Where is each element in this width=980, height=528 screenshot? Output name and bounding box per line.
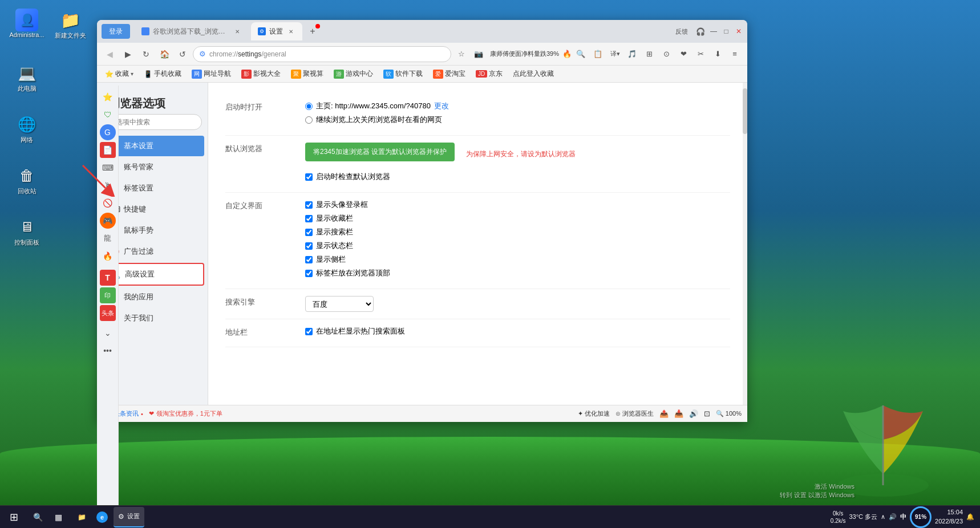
check-default-checkbox[interactable] <box>305 173 313 181</box>
sidebar-chrome-icon[interactable]: G <box>100 124 116 140</box>
search-engine-select[interactable]: 百度 Google 必应 搜狗 <box>305 296 374 312</box>
home-button[interactable]: 🏠 <box>156 46 172 62</box>
software-badge: 软 <box>383 70 394 79</box>
bookmark-star-button[interactable]: ☆ <box>453 46 469 62</box>
show-search-checkbox[interactable] <box>305 229 313 236</box>
forward-button[interactable]: ▶ <box>120 46 136 62</box>
tray-expand-button[interactable]: ∧ <box>881 513 885 521</box>
zoom-text[interactable]: 🔍 100% <box>716 410 742 417</box>
feedback-button[interactable]: 反馈 <box>672 26 691 37</box>
scissors-button[interactable]: ✂ <box>693 46 708 62</box>
headphone-icon[interactable]: 🎧 <box>696 27 705 36</box>
back-button[interactable]: ◀ <box>102 46 118 62</box>
tray-volume-icon[interactable]: 🔊 <box>889 513 897 521</box>
sidebar-news-icon[interactable]: 头条 <box>100 305 116 321</box>
software-bookmark[interactable]: 软 软件下载 <box>380 68 426 80</box>
sidebar-firegame-icon[interactable]: 🔥 <box>100 248 116 264</box>
back-history-button[interactable]: ↺ <box>175 46 191 62</box>
bookmarks-dropdown[interactable]: ⭐ 收藏 ▾ <box>102 68 137 80</box>
minimize-button[interactable]: — <box>710 27 718 35</box>
network-stats[interactable]: 0k/s 0.2k/s <box>831 510 846 525</box>
desktop-icon-control[interactable]: 🖥 控制面板 <box>7 216 47 247</box>
show-sidebar-checkbox[interactable] <box>305 256 313 263</box>
sidebar-shield-icon[interactable]: 🛡 <box>100 107 116 123</box>
weather-widget[interactable]: 33°C 多云 <box>849 513 877 521</box>
volume-button[interactable]: 🔊 <box>689 409 698 418</box>
heart-button[interactable]: ❤ <box>675 46 691 62</box>
maximize-button[interactable]: □ <box>722 27 730 35</box>
desktop-icon-folder[interactable]: 📁 新建文件夹 <box>50 9 90 40</box>
hot-search-checkbox[interactable] <box>305 328 313 335</box>
sidebar-dragon-icon[interactable]: 龍 <box>100 230 116 246</box>
translate-button[interactable]: 译▾ <box>607 46 623 62</box>
menu-button[interactable]: ≡ <box>727 46 743 62</box>
login-button[interactable]: 登录 <box>102 24 130 39</box>
video-bookmark[interactable]: 影 影视大全 <box>238 68 284 80</box>
tray-lang-icon[interactable]: 中 <box>900 513 906 521</box>
nav-bookmark[interactable]: 网 网址导航 <box>188 68 234 80</box>
show-status-checkbox[interactable] <box>305 242 313 250</box>
jisuan-bookmark[interactable]: 聚 聚视算 <box>287 68 327 80</box>
sidebar-more-icon[interactable]: ⌄ <box>100 325 116 341</box>
taskbar-ie[interactable]: e <box>92 507 112 527</box>
startup-radio2[interactable] <box>305 116 313 124</box>
browser-doctor-button[interactable]: ⊙ 浏览器医生 <box>615 409 654 418</box>
taobao-bookmark[interactable]: 爱 爱淘宝 <box>430 68 469 80</box>
grid-button[interactable]: ⊞ <box>641 46 657 62</box>
battery-indicator[interactable]: 91% <box>910 506 932 528</box>
sidebar-mouse-icon[interactable]: 🖱 <box>100 177 116 193</box>
sidebar-green-icon[interactable]: 印 <box>100 287 116 303</box>
system-clock[interactable]: 15:04 2022/8/23 <box>935 508 963 526</box>
download-button[interactable]: ⬇ <box>710 46 726 62</box>
nav-search-button[interactable]: 🔍 <box>573 46 589 62</box>
notification-button[interactable]: 🔔 <box>966 513 974 521</box>
nav-tool1[interactable]: 📋 <box>590 46 606 62</box>
sidebar-dots-icon[interactable]: ••• <box>100 343 116 359</box>
close-button[interactable]: ✕ <box>735 27 743 35</box>
taskbar-browser[interactable]: ⚙ 设置 <box>114 507 144 527</box>
show-bookmarks-label: 显示收藏栏 <box>316 213 353 224</box>
sidebar-keyboard-icon[interactable]: ⌨ <box>100 160 116 176</box>
set-default-browser-button[interactable]: 将2345加速浏览器 设置为默认浏览器并保护 <box>305 143 455 161</box>
task-view-button[interactable]: ▦ <box>48 506 68 529</box>
sidebar-doc-icon[interactable]: 📄 <box>100 142 116 158</box>
sidebar-game-icon[interactable]: 🎮 <box>100 213 116 229</box>
show-avatar-checkbox[interactable] <box>305 201 313 209</box>
coupon-text: 领淘宝优惠券，1元下单 <box>156 409 222 418</box>
new-tab-button[interactable]: + <box>305 23 321 39</box>
desktop-icon-recycle[interactable]: 🗑 回收站 <box>7 164 47 196</box>
mobile-bookmarks[interactable]: 📱 手机收藏 <box>140 68 185 80</box>
desktop-icon-admin[interactable]: 👤 Administra... <box>7 9 47 38</box>
status-download-button[interactable]: 📥 <box>674 409 683 418</box>
start-button[interactable]: ⊞ <box>0 506 27 529</box>
tab1-close[interactable]: ✕ <box>233 27 242 36</box>
show-bookmarks-checkbox[interactable] <box>305 215 313 222</box>
tabs-top-checkbox[interactable] <box>305 270 313 277</box>
change-homepage-link[interactable]: 更改 <box>434 101 449 111</box>
security-reminder-link[interactable]: 为保障上网安全，请设为默认浏览器 <box>466 149 576 159</box>
circle-button[interactable]: ⊙ <box>658 46 674 62</box>
optimize-button[interactable]: ✦ 优化加速 <box>578 409 610 418</box>
address-bar[interactable]: ⚙ chrome://settings/general <box>193 46 451 62</box>
desktop-icon-computer[interactable]: 💻 此电脑 <box>7 62 47 93</box>
tab-settings[interactable]: ⚙ 设置 ✕ <box>251 22 302 40</box>
taskbar-search-button[interactable]: 🔍 <box>27 506 48 529</box>
scroll-thumb[interactable] <box>743 88 747 134</box>
sidebar-block-icon[interactable]: 🚫 <box>100 195 116 211</box>
tab2-close[interactable]: ✕ <box>286 27 295 36</box>
status-coupon[interactable]: ❤ 领淘宝优惠券，1元下单 <box>149 409 222 418</box>
refresh-button[interactable]: ↻ <box>138 46 154 62</box>
startup-radio1[interactable] <box>305 103 313 110</box>
jd-bookmark[interactable]: JD 京东 <box>472 68 506 80</box>
photo-tool-button[interactable]: 📷 <box>471 46 487 62</box>
tab-google-download[interactable]: 谷歌浏览器下载_浏览器官网... ✕ <box>135 22 249 40</box>
upload-button[interactable]: 📤 <box>659 409 669 418</box>
sidebar-t-icon[interactable]: T <box>100 270 116 286</box>
taskbar-explorer[interactable]: 📁 <box>73 507 91 527</box>
login-bookmark[interactable]: 点此登入收藏 <box>509 68 557 80</box>
window-button[interactable]: ⊡ <box>704 409 710 418</box>
sidebar-star-icon[interactable]: ⭐ <box>100 89 116 105</box>
music-button[interactable]: 🎵 <box>624 46 640 62</box>
game-bookmark[interactable]: 游 游戏中心 <box>330 68 376 80</box>
desktop-icon-network[interactable]: 🌐 网络 <box>7 113 47 144</box>
